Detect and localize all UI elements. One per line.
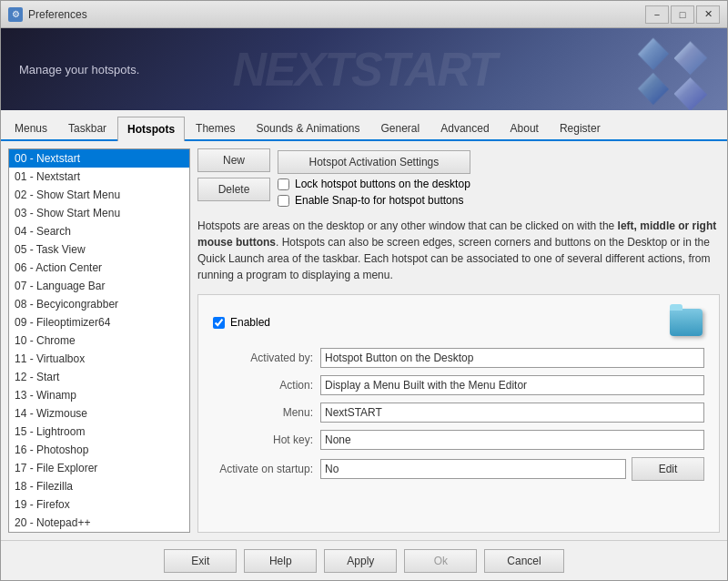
ok-button[interactable]: Ok — [404, 549, 477, 573]
list-item[interactable]: 13 - Winamp — [9, 386, 189, 404]
action-label: Action: — [213, 379, 313, 392]
list-item[interactable]: 00 - Nextstart — [9, 149, 189, 168]
right-panel: New Delete Hotspot Activation Settings L… — [197, 148, 720, 533]
list-item[interactable]: 02 - Show Start Menu — [9, 186, 189, 204]
activate-startup-row: Activate on startup: Edit — [213, 457, 704, 481]
new-delete-col: New Delete — [197, 148, 270, 201]
lock-label: Lock hotspot buttons on the desktop — [295, 178, 470, 190]
exit-button[interactable]: Exit — [164, 549, 237, 573]
list-item[interactable]: 05 - Task View — [9, 240, 189, 259]
top-action-row: New Delete Hotspot Activation Settings L… — [197, 148, 720, 207]
list-item[interactable]: 03 - Show Start Menu — [9, 204, 189, 222]
tab-about[interactable]: About — [500, 116, 549, 139]
snap-checkbox-row: Enable Snap-to for hotspot buttons — [278, 194, 470, 207]
delete-button[interactable]: Delete — [197, 178, 270, 201]
new-button[interactable]: New — [197, 148, 270, 172]
bottom-bar: Exit Help Apply Ok Cancel — [1, 540, 727, 580]
activate-startup-field-group: Edit — [320, 457, 704, 481]
menu-label: Menu: — [213, 406, 313, 419]
activated-by-label: Activated by: — [213, 352, 313, 364]
lock-checkbox[interactable] — [278, 178, 289, 190]
edit-button[interactable]: Edit — [632, 457, 704, 481]
list-item[interactable]: 10 - Chrome — [9, 331, 189, 350]
window-title: Preferences — [28, 8, 645, 21]
list-item[interactable]: 01 - Nextstart — [9, 168, 189, 186]
hotkey-label: Hot key: — [213, 433, 313, 446]
list-item[interactable]: 06 - Action Center — [9, 259, 189, 277]
restore-button[interactable]: □ — [671, 5, 694, 24]
list-item[interactable]: 07 - Language Bar — [9, 277, 189, 295]
list-item[interactable]: 17 - File Explorer — [9, 459, 189, 477]
folder-icon — [668, 304, 704, 341]
hotspot-list[interactable]: 00 - Nextstart 01 - Nextstart 02 - Show … — [8, 148, 190, 533]
activated-by-row: Activated by: — [213, 348, 704, 368]
hotspot-options: Hotspot Activation Settings Lock hotspot… — [278, 148, 470, 207]
list-item[interactable]: 04 - Search — [9, 222, 189, 240]
help-button[interactable]: Help — [244, 549, 317, 573]
main-content: 00 - Nextstart 01 - Nextstart 02 - Show … — [1, 141, 727, 540]
diamond-4 — [673, 77, 707, 110]
hotkey-input[interactable] — [320, 430, 704, 450]
menu-row: Menu: — [213, 403, 704, 423]
header-tagline: Manage your hotspots. — [19, 63, 139, 76]
enabled-checkbox[interactable] — [213, 317, 225, 329]
minimize-button[interactable]: − — [645, 5, 669, 24]
enabled-row: Enabled — [213, 304, 704, 341]
tab-sounds[interactable]: Sounds & Animations — [246, 116, 369, 139]
list-item[interactable]: 21 - Notepad — [9, 532, 189, 533]
diamond-1 — [638, 37, 669, 70]
title-bar: ⚙ Preferences − □ ✕ — [1, 1, 727, 28]
snap-label: Enable Snap-to for hotspot buttons — [295, 194, 463, 207]
list-item[interactable]: 18 - Filezilla — [9, 477, 189, 495]
list-item[interactable]: 20 - Notepad++ — [9, 514, 189, 532]
activated-by-input[interactable] — [320, 348, 704, 368]
tab-advanced[interactable]: Advanced — [430, 116, 499, 139]
logo-text: NEXTSTART — [232, 42, 495, 97]
logo-area — [636, 37, 709, 101]
enabled-checkbox-row: Enabled — [213, 316, 270, 329]
snap-checkbox[interactable] — [278, 195, 289, 207]
list-item[interactable]: 16 - Photoshop — [9, 441, 189, 459]
list-item[interactable]: 12 - Start — [9, 368, 189, 386]
enabled-label: Enabled — [230, 316, 270, 329]
logo-diamonds — [638, 36, 710, 103]
list-item[interactable]: 19 - Firefox — [9, 495, 189, 514]
list-item[interactable]: 15 - Lightroom — [9, 423, 189, 441]
folder-shape — [670, 309, 703, 336]
apply-button[interactable]: Apply — [324, 549, 397, 573]
cancel-button[interactable]: Cancel — [484, 549, 563, 573]
app-icon: ⚙ — [8, 7, 23, 22]
hotspot-activation-button[interactable]: Hotspot Activation Settings — [278, 150, 470, 174]
tab-themes[interactable]: Themes — [186, 116, 245, 139]
action-input[interactable] — [320, 375, 704, 395]
tab-taskbar[interactable]: Taskbar — [58, 116, 116, 139]
list-item[interactable]: 11 - Virtualbox — [9, 350, 189, 368]
description-text: Hotspots are areas on the desktop or any… — [197, 214, 720, 287]
hotkey-row: Hot key: — [213, 430, 704, 450]
header-area: Manage your hotspots. NEXTSTART — [1, 28, 727, 110]
menu-input[interactable] — [320, 403, 704, 423]
close-button[interactable]: ✕ — [696, 5, 720, 24]
tabs-bar: Menus Taskbar Hotspots Themes Sounds & A… — [1, 110, 727, 141]
tab-register[interactable]: Register — [550, 116, 611, 139]
activate-startup-label: Activate on startup: — [213, 463, 313, 475]
action-row: Action: — [213, 375, 704, 395]
window-controls: − □ ✕ — [645, 5, 720, 24]
preferences-window: ⚙ Preferences − □ ✕ Manage your hotspots… — [0, 0, 728, 581]
tab-menus[interactable]: Menus — [5, 116, 57, 139]
diamond-2 — [673, 41, 707, 75]
diamond-3 — [638, 73, 669, 106]
details-panel: Enabled Activated by: Action: — [197, 294, 720, 533]
list-item[interactable]: 09 - Fileoptimizer64 — [9, 313, 189, 331]
activate-startup-input[interactable] — [320, 459, 626, 479]
list-item[interactable]: 14 - Wizmouse — [9, 404, 189, 423]
list-item[interactable]: 08 - Becyicongrabber — [9, 295, 189, 313]
tab-general[interactable]: General — [371, 116, 430, 139]
lock-checkbox-row: Lock hotspot buttons on the desktop — [278, 178, 470, 190]
tab-hotspots[interactable]: Hotspots — [117, 117, 185, 141]
